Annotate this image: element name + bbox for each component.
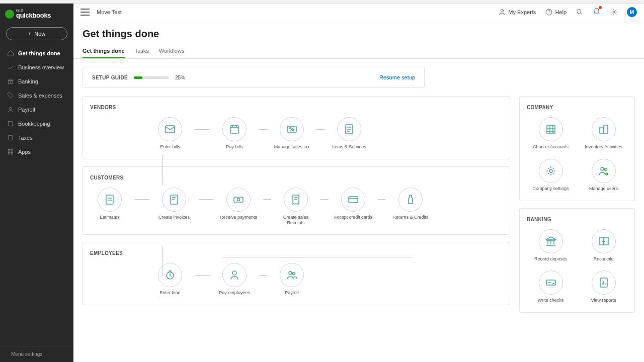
svg-point-7 [501,10,504,12]
bank-icon [545,235,557,247]
tax-icon [7,134,14,141]
notifications-button[interactable] [593,7,601,17]
apps-icon [7,148,14,155]
items-services-button[interactable]: Items & Services [330,117,369,150]
wf-label: Record deposits [534,256,567,262]
svg-point-15 [293,130,294,131]
wf-label: View reports [591,298,616,303]
hamburger-icon[interactable] [80,9,90,16]
svg-point-32 [606,173,608,175]
new-button[interactable]: + New [6,27,67,40]
users-icon [598,165,610,177]
wf-label: Chart of Accounts [533,144,569,150]
customers-card: CUSTOMERS Estimates Create invoices Rec [83,166,510,235]
clock-icon [164,269,176,281]
my-experts-button[interactable]: My Experts [498,8,536,16]
manage-users-button[interactable]: Manage users [580,159,627,192]
manage-sales-tax-button[interactable]: Manage sales tax [272,117,311,150]
tag-icon [7,92,14,99]
svg-rect-3 [11,149,13,151]
home-icon [7,50,14,57]
sidebar-item-label: Business overview [18,64,64,70]
card-title: CUSTOMERS [90,175,503,180]
payroll-button[interactable]: Payroll [272,263,311,296]
card-title: BANKING [527,217,627,222]
help-icon [545,8,553,16]
pay-bills-button[interactable]: Pay bills [215,117,254,150]
bank-icon [7,78,14,85]
company-card: COMPANY Chart of Accounts Inventory Acti… [519,96,635,201]
returns-credits-button[interactable]: Returns & Credits [391,188,430,220]
tab-workflows[interactable]: Workflows [159,45,185,58]
sidebar-item-payroll[interactable]: Payroll [0,103,73,117]
record-deposits-button[interactable]: Record deposits [527,229,575,262]
logo[interactable]: intuit quickbooks [0,4,73,22]
sidebar-item-sales-expenses[interactable]: Sales & expenses [0,88,73,103]
svg-rect-5 [11,152,13,154]
write-checks-button[interactable]: Write checks [527,270,575,303]
receive-payments-button[interactable]: Receive payments [219,188,258,220]
sidebar-item-label: Payroll [18,107,35,113]
sidebar-item-taxes[interactable]: Taxes [0,131,73,145]
chart-of-accounts-button[interactable]: Chart of Accounts [527,117,575,150]
svg-point-24 [289,272,292,275]
view-reports-button[interactable]: View reports [580,270,627,303]
sidebar-item-business-overview[interactable]: Business overview [0,60,73,74]
accept-credit-cards-button[interactable]: Accept credit cards [334,188,373,220]
reconcile-button[interactable]: Reconcile [580,229,627,262]
svg-rect-27 [600,127,604,133]
browser-chrome [0,0,644,4]
pay-employees-button[interactable]: Pay employees [215,263,254,296]
create-sales-receipts-button[interactable]: Create sales Receipts [276,188,315,226]
wf-label: Inventory Activities [585,144,622,150]
search-icon[interactable] [576,8,584,16]
wf-label: Returns & Credits [392,215,428,220]
sidebar-item-banking[interactable]: Banking [0,74,73,88]
estimates-button[interactable]: Estimates [90,188,129,220]
sidebar-item-get-things-done[interactable]: Get things done [0,46,73,60]
report-icon [598,277,610,289]
inventory-activities-button[interactable]: Inventory Activities [580,117,627,150]
svg-rect-19 [234,197,243,202]
resume-setup-link[interactable]: Resume setup [379,74,415,80]
wf-label: Enter bills [160,144,180,150]
vendors-card: VENDORS Enter bills Pay bills Manage sa [83,96,510,159]
setup-progress [134,76,169,79]
tab-tasks[interactable]: Tasks [135,45,149,58]
check-icon [545,277,557,289]
avatar[interactable]: M [627,7,637,17]
sidebar-item-label: Get things done [18,50,60,56]
create-invoices-button[interactable]: Create invoices [154,188,194,220]
svg-point-31 [604,168,607,170]
people-icon [286,269,298,281]
svg-point-30 [601,167,604,170]
svg-point-23 [232,271,236,275]
enter-bills-button[interactable]: Enter bills [150,117,190,150]
gear-icon [545,165,557,177]
company-settings-button[interactable]: Company settings [527,159,575,192]
sidebar-item-apps[interactable]: Apps [0,145,73,159]
brand-name: quickbooks [16,12,51,19]
enter-time-button[interactable]: Enter time [150,263,190,296]
topbar: Move Test My Experts Help M [73,4,644,21]
menu-settings[interactable]: Menu settings [0,346,73,362]
help-button[interactable]: Help [545,8,567,16]
percent-icon [286,123,298,135]
main: Get things done Get things done Tasks Wo… [73,21,644,362]
wf-label: Reconcile [594,256,614,262]
reconcile-icon [598,235,610,247]
book-icon [7,120,14,127]
plus-icon: + [28,31,31,37]
tab-get-things-done[interactable]: Get things done [83,45,125,58]
sidebar: intuit quickbooks + New Get things done … [0,4,73,362]
wf-label: Accept credit cards [334,215,373,220]
person-icon [228,269,240,281]
svg-point-14 [290,128,291,129]
sidebar-item-label: Sales & expenses [18,93,62,99]
svg-rect-12 [230,126,238,133]
wf-label: Manage users [589,186,618,192]
calendar-icon [228,123,240,135]
svg-rect-1 [9,135,13,140]
settings-icon[interactable] [610,8,618,16]
sidebar-item-bookkeeping[interactable]: Bookkeeping [0,117,73,131]
